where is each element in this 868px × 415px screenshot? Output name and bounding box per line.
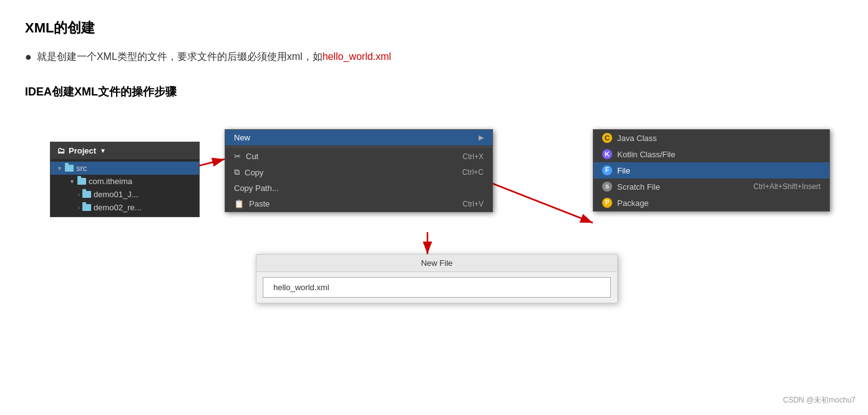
- demo01-label: demo01_J...: [94, 190, 139, 199]
- demo02-label: demo02_re...: [94, 203, 142, 212]
- new-submenu-arrow: ▶: [479, 134, 484, 142]
- file-icon: F: [602, 165, 612, 175]
- com-chevron: ▼: [69, 178, 75, 185]
- tree-item-demo01[interactable]: › demo01_J...: [51, 188, 199, 201]
- src-folder-icon: [65, 165, 74, 172]
- highlight-text: hello_world.xml: [323, 51, 391, 62]
- bullet-char: ●: [25, 49, 32, 66]
- scratch-shortcut: Ctrl+Alt+Shift+Insert: [753, 182, 821, 191]
- submenu-item-file[interactable]: F File: [593, 162, 829, 178]
- attribution: CSDN @未初mochu7: [783, 395, 856, 406]
- package-left: P Package: [602, 198, 649, 208]
- cut-label: Cut: [246, 152, 258, 161]
- cut-shortcut: Ctrl+X: [462, 152, 484, 161]
- com-label: com.itheima: [89, 177, 132, 186]
- src-chevron: ▼: [57, 165, 62, 172]
- cut-left: ✂ Cut: [234, 152, 258, 161]
- project-panel-header: 🗂 Project ▼: [51, 142, 199, 159]
- project-panel-icon: 🗂: [57, 146, 65, 155]
- scratch-left: S Scratch File: [602, 182, 660, 192]
- submenu-item-java[interactable]: C Java Class: [593, 130, 829, 146]
- bullet-text: 就是创建一个XML类型的文件，要求文件的后缀必须使用xml，如hello_wor…: [37, 49, 391, 65]
- file-label: File: [617, 166, 630, 175]
- new-label: New: [234, 133, 250, 142]
- menu-item-copy-path[interactable]: Copy Path...: [225, 180, 492, 196]
- submenu: C Java Class K Kotlin Class/File F File …: [593, 129, 830, 212]
- new-file-dialog: New File: [256, 254, 618, 303]
- new-file-dialog-title: New File: [256, 255, 617, 272]
- cut-icon: ✂: [234, 152, 241, 161]
- file-left: F File: [602, 165, 630, 175]
- tree-item-demo02[interactable]: › demo02_re...: [51, 201, 199, 214]
- paste-shortcut: Ctrl+V: [462, 200, 484, 208]
- project-panel-title: Project: [69, 146, 96, 155]
- scratch-label: Scratch File: [617, 182, 660, 192]
- copy-left: ⧉ Copy: [234, 167, 263, 177]
- tree-item-src[interactable]: ▼ src: [51, 162, 199, 175]
- demo02-chevron: ›: [78, 205, 80, 211]
- package-label: Package: [617, 198, 649, 208]
- paste-left: 📋 Paste: [234, 199, 270, 208]
- package-icon: P: [602, 198, 612, 208]
- scratch-icon: S: [602, 182, 612, 192]
- tree-item-com[interactable]: ▼ com.itheima: [51, 175, 199, 188]
- paste-icon: 📋: [234, 199, 244, 208]
- kotlin-icon: K: [602, 149, 612, 159]
- project-tree: ▼ src ▼ com.itheima › demo01_J... › demo…: [51, 159, 199, 217]
- src-label: src: [76, 164, 87, 173]
- java-label: Java Class: [617, 134, 657, 143]
- bullet-text-before: 就是创建一个XML类型的文件，要求文件的后缀必须使用xml，如: [37, 51, 323, 62]
- new-file-input[interactable]: [263, 277, 611, 298]
- menu-item-cut[interactable]: ✂ Cut Ctrl+X: [225, 149, 492, 164]
- demo02-folder-icon: [82, 204, 91, 211]
- ide-screenshot: 🗂 Project ▼ ▼ src ▼ com.itheima › demo01…: [25, 117, 836, 329]
- java-left: C Java Class: [602, 133, 657, 143]
- submenu-item-scratch[interactable]: S Scratch File Ctrl+Alt+Shift+Insert: [593, 178, 829, 195]
- kotlin-label: Kotlin Class/File: [617, 150, 675, 159]
- demo01-chevron: ›: [78, 192, 80, 198]
- copy-path-label: Copy Path...: [234, 183, 279, 193]
- copy-icon: ⧉: [234, 167, 240, 177]
- bullet-section: ● 就是创建一个XML类型的文件，要求文件的后缀必须使用xml，如hello_w…: [25, 49, 843, 66]
- project-panel: 🗂 Project ▼ ▼ src ▼ com.itheima › demo01…: [50, 142, 200, 217]
- section-title-2: IDEA创建XML文件的操作步骤: [25, 84, 843, 99]
- demo01-folder-icon: [82, 191, 91, 198]
- project-panel-arrow: ▼: [100, 147, 106, 154]
- copy-path-left: Copy Path...: [234, 183, 279, 193]
- paste-label: Paste: [249, 199, 270, 208]
- submenu-item-package[interactable]: P Package: [593, 195, 829, 211]
- kotlin-left: K Kotlin Class/File: [602, 149, 675, 159]
- copy-label: Copy: [245, 168, 263, 177]
- submenu-item-kotlin[interactable]: K Kotlin Class/File: [593, 146, 829, 162]
- menu-separator-1: [225, 147, 492, 147]
- menu-item-paste[interactable]: 📋 Paste Ctrl+V: [225, 196, 492, 212]
- menu-item-copy[interactable]: ⧉ Copy Ctrl+C: [225, 164, 492, 180]
- java-icon: C: [602, 133, 612, 143]
- main-title: XML的创建: [25, 19, 843, 37]
- context-menu: New ▶ ✂ Cut Ctrl+X ⧉ Copy Ctrl+C Copy Pa…: [225, 129, 493, 212]
- menu-item-new-left: New: [234, 133, 250, 142]
- menu-item-new[interactable]: New ▶: [225, 130, 492, 145]
- com-folder-icon: [77, 178, 86, 185]
- copy-shortcut: Ctrl+C: [462, 168, 484, 177]
